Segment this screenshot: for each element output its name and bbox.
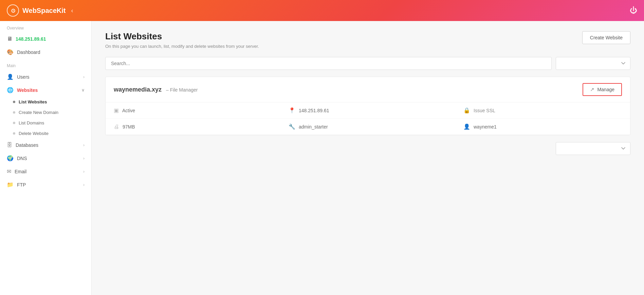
disk-icon: 🖨 <box>114 124 119 130</box>
list-websites-label: List Websites <box>19 99 47 104</box>
server-ip-label: 148.251.89.61 <box>16 36 46 42</box>
search-filter-row <box>105 57 630 70</box>
dns-icon: 🌍 <box>7 155 14 161</box>
filter-select[interactable] <box>556 57 630 70</box>
detail-ssl: 🔒 Issue SSL <box>455 102 630 119</box>
websites-submenu: List Websites Create New Domain List Dom… <box>0 97 91 139</box>
user-icon: 👤 <box>463 123 470 130</box>
sidebar-sub-delete-website[interactable]: Delete Website <box>0 128 91 139</box>
detail-disk: 🖨 97MB <box>106 119 280 135</box>
status-value: Active <box>122 108 135 113</box>
dot-icon <box>13 132 15 135</box>
disk-value: 97MB <box>123 124 135 130</box>
bottom-filter-row <box>105 142 630 155</box>
ssl-icon: 🔒 <box>463 107 470 114</box>
email-label: Email <box>15 169 26 174</box>
sidebar-sub-list-websites[interactable]: List Websites <box>0 97 91 107</box>
sidebar-item-databases[interactable]: 🗄 Databases › <box>0 139 91 152</box>
logo: ⊙ WebSpaceKit <box>7 4 66 17</box>
sidebar: Overview 🖥 148.251.89.61 🎨 Dashboard Mai… <box>0 21 92 295</box>
websites-label: Websites <box>17 87 38 93</box>
users-icon: 👤 <box>7 74 14 80</box>
detail-user: 👤 wayneme1 <box>455 119 630 135</box>
website-card: waynemedia.xyz – File Manager ↗ Manage ▣… <box>105 77 630 135</box>
users-chevron-icon: › <box>83 75 85 79</box>
dot-icon <box>13 111 15 114</box>
ftp-chevron-icon: › <box>83 182 85 187</box>
overview-section-label: Overview <box>0 21 91 33</box>
website-details: ▣ Active 📍 148.251.89.61 🔒 Issue SSL 🖨 9… <box>106 102 630 135</box>
php-user-icon: 🔧 <box>289 123 295 130</box>
user-value: wayneme1 <box>474 124 497 130</box>
detail-ip: 📍 148.251.89.61 <box>280 102 455 119</box>
create-new-domain-label: Create New Domain <box>19 110 58 115</box>
sidebar-sub-create-new-domain[interactable]: Create New Domain <box>0 107 91 118</box>
sidebar-sub-list-domains[interactable]: List Domains <box>0 118 91 128</box>
website-card-header: waynemedia.xyz – File Manager ↗ Manage <box>106 77 630 102</box>
logo-icon: ⊙ <box>7 4 19 17</box>
sidebar-item-dashboard[interactable]: 🎨 Dashboard <box>0 45 91 59</box>
sidebar-item-ftp[interactable]: 📁 FTP › <box>0 178 91 191</box>
main-section-label: Main <box>0 59 91 70</box>
main-content: List Websites On this page you can launc… <box>92 21 644 295</box>
header-left: ⊙ WebSpaceKit ‹ <box>7 4 73 17</box>
ftp-icon: 📁 <box>7 181 14 188</box>
page-title-block: List Websites On this page you can launc… <box>105 31 259 49</box>
power-button[interactable]: ⏻ <box>630 6 637 15</box>
location-icon: 📍 <box>289 107 295 114</box>
manage-button[interactable]: ↗ Manage <box>583 83 622 96</box>
sidebar-item-dns[interactable]: 🌍 DNS › <box>0 152 91 165</box>
external-link-icon: ↗ <box>590 86 594 93</box>
sidebar-collapse-button[interactable]: ‹ <box>71 7 73 14</box>
dns-chevron-icon: › <box>83 156 85 161</box>
ftp-label: FTP <box>17 182 26 188</box>
websites-icon: 🌐 <box>7 87 14 93</box>
php-user-value: admin_starter <box>299 124 328 130</box>
users-label: Users <box>17 74 30 80</box>
databases-label: Databases <box>16 142 38 148</box>
detail-status: ▣ Active <box>106 102 280 119</box>
ip-value: 148.251.89.61 <box>299 108 329 113</box>
main-layout: Overview 🖥 148.251.89.61 🎨 Dashboard Mai… <box>0 21 644 295</box>
list-domains-label: List Domains <box>19 120 44 125</box>
page-title: List Websites <box>105 31 259 42</box>
sidebar-item-users[interactable]: 👤 Users › <box>0 70 91 83</box>
domain-name: waynemedia.xyz <box>114 86 162 93</box>
search-input[interactable] <box>105 57 552 70</box>
detail-php-user: 🔧 admin_starter <box>280 119 455 135</box>
delete-website-label: Delete Website <box>19 131 49 136</box>
status-icon: ▣ <box>114 107 119 114</box>
file-manager-link[interactable]: – File Manager <box>166 87 198 93</box>
bottom-filter-select[interactable] <box>556 142 630 155</box>
dashboard-icon: 🎨 <box>7 49 14 55</box>
logo-text: WebSpaceKit <box>22 7 66 15</box>
databases-chevron-icon: › <box>83 143 85 148</box>
page-header: List Websites On this page you can launc… <box>105 31 630 49</box>
sidebar-item-websites[interactable]: 🌐 Websites ∨ <box>0 83 91 97</box>
create-website-button[interactable]: Create Website <box>582 31 630 44</box>
website-domain: waynemedia.xyz – File Manager <box>114 86 198 93</box>
ssl-link[interactable]: Issue SSL <box>474 108 495 113</box>
sidebar-item-server-ip[interactable]: 🖥 148.251.89.61 <box>0 33 91 45</box>
manage-btn-label: Manage <box>597 87 614 92</box>
email-chevron-icon: › <box>83 169 85 174</box>
sidebar-item-email[interactable]: ✉ Email › <box>0 165 91 178</box>
dot-icon <box>13 122 15 124</box>
email-icon: ✉ <box>7 168 11 175</box>
page-description: On this page you can launch, list, modif… <box>105 44 259 49</box>
server-icon: 🖥 <box>7 36 12 42</box>
databases-icon: 🗄 <box>7 142 12 148</box>
website-domain-block: waynemedia.xyz – File Manager <box>114 86 198 93</box>
dns-label: DNS <box>17 156 27 161</box>
dashboard-label: Dashboard <box>17 50 40 55</box>
top-header: ⊙ WebSpaceKit ‹ ⏻ <box>0 0 644 21</box>
websites-chevron-icon: ∨ <box>81 88 85 93</box>
dot-icon <box>13 101 15 103</box>
